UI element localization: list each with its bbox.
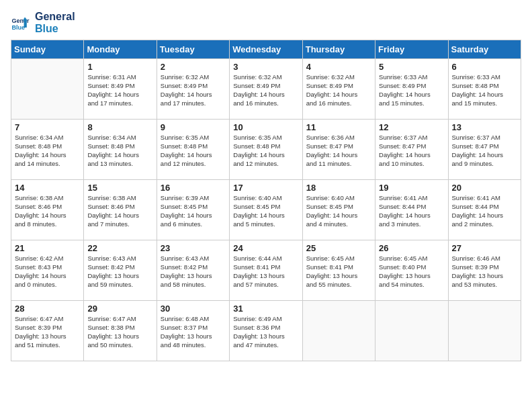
day-cell: 3Sunrise: 6:32 AM Sunset: 8:49 PM Daylig… [230, 59, 302, 120]
day-cell: 2Sunrise: 6:32 AM Sunset: 8:49 PM Daylig… [157, 59, 229, 120]
col-header-tuesday: Tuesday [157, 40, 229, 59]
day-number: 26 [379, 243, 444, 253]
day-cell: 24Sunrise: 6:44 AM Sunset: 8:41 PM Dayli… [230, 240, 302, 301]
day-info: Sunrise: 6:38 AM Sunset: 8:46 PM Dayligh… [87, 194, 152, 228]
day-info: Sunrise: 6:32 AM Sunset: 8:49 PM Dayligh… [161, 73, 226, 107]
day-number: 29 [87, 304, 152, 314]
page-header: General Blue General Blue [11, 11, 521, 34]
day-info: Sunrise: 6:34 AM Sunset: 8:48 PM Dayligh… [87, 134, 152, 168]
col-header-friday: Friday [375, 40, 448, 59]
day-cell: 29Sunrise: 6:47 AM Sunset: 8:38 PM Dayli… [84, 301, 157, 361]
day-info: Sunrise: 6:43 AM Sunset: 8:42 PM Dayligh… [87, 255, 152, 289]
day-info: Sunrise: 6:48 AM Sunset: 8:37 PM Dayligh… [161, 315, 226, 349]
day-number: 2 [161, 62, 226, 72]
day-number: 5 [379, 62, 444, 72]
day-cell: 7Sunrise: 6:34 AM Sunset: 8:48 PM Daylig… [11, 120, 84, 180]
day-info: Sunrise: 6:43 AM Sunset: 8:42 PM Dayligh… [161, 255, 226, 289]
day-info: Sunrise: 6:40 AM Sunset: 8:45 PM Dayligh… [233, 194, 298, 228]
col-header-sunday: Sunday [11, 40, 84, 59]
col-header-thursday: Thursday [302, 40, 375, 59]
day-info: Sunrise: 6:40 AM Sunset: 8:45 PM Dayligh… [306, 194, 371, 228]
svg-text:General: General [11, 17, 30, 24]
day-cell [11, 59, 84, 120]
col-header-saturday: Saturday [448, 40, 521, 59]
week-row-3: 14Sunrise: 6:38 AM Sunset: 8:46 PM Dayli… [11, 180, 521, 240]
day-info: Sunrise: 6:33 AM Sunset: 8:49 PM Dayligh… [379, 73, 444, 107]
day-cell: 22Sunrise: 6:43 AM Sunset: 8:42 PM Dayli… [84, 240, 157, 301]
day-number: 11 [306, 122, 371, 132]
day-cell: 12Sunrise: 6:37 AM Sunset: 8:47 PM Dayli… [375, 120, 448, 180]
day-info: Sunrise: 6:38 AM Sunset: 8:46 PM Dayligh… [15, 194, 80, 228]
day-number: 18 [306, 183, 371, 193]
day-info: Sunrise: 6:33 AM Sunset: 8:48 PM Dayligh… [452, 73, 517, 107]
day-info: Sunrise: 6:45 AM Sunset: 8:41 PM Dayligh… [306, 255, 371, 289]
day-number: 15 [87, 183, 152, 193]
day-number: 7 [15, 122, 80, 132]
day-info: Sunrise: 6:44 AM Sunset: 8:41 PM Dayligh… [233, 255, 298, 289]
day-info: Sunrise: 6:47 AM Sunset: 8:38 PM Dayligh… [87, 315, 152, 349]
day-info: Sunrise: 6:32 AM Sunset: 8:49 PM Dayligh… [306, 73, 371, 107]
day-number: 8 [87, 122, 152, 132]
day-cell: 26Sunrise: 6:45 AM Sunset: 8:40 PM Dayli… [375, 240, 448, 301]
day-number: 24 [233, 243, 298, 253]
day-cell: 1Sunrise: 6:31 AM Sunset: 8:49 PM Daylig… [84, 59, 157, 120]
day-cell: 23Sunrise: 6:43 AM Sunset: 8:42 PM Dayli… [157, 240, 229, 301]
week-row-2: 7Sunrise: 6:34 AM Sunset: 8:48 PM Daylig… [11, 120, 521, 180]
day-info: Sunrise: 6:37 AM Sunset: 8:47 PM Dayligh… [379, 134, 444, 168]
day-info: Sunrise: 6:46 AM Sunset: 8:39 PM Dayligh… [452, 255, 517, 289]
day-cell: 11Sunrise: 6:36 AM Sunset: 8:47 PM Dayli… [302, 120, 375, 180]
day-info: Sunrise: 6:36 AM Sunset: 8:47 PM Dayligh… [306, 134, 371, 168]
day-info: Sunrise: 6:35 AM Sunset: 8:48 PM Dayligh… [161, 134, 226, 168]
day-cell [302, 301, 375, 361]
day-number: 27 [452, 243, 517, 253]
day-number: 30 [161, 304, 226, 314]
calendar-table: SundayMondayTuesdayWednesdayThursdayFrid… [11, 40, 521, 361]
day-info: Sunrise: 6:31 AM Sunset: 8:49 PM Dayligh… [87, 73, 152, 107]
col-header-monday: Monday [84, 40, 157, 59]
day-number: 3 [233, 62, 298, 72]
week-row-5: 28Sunrise: 6:47 AM Sunset: 8:39 PM Dayli… [11, 301, 521, 361]
day-info: Sunrise: 6:34 AM Sunset: 8:48 PM Dayligh… [15, 134, 80, 168]
day-cell: 19Sunrise: 6:41 AM Sunset: 8:44 PM Dayli… [375, 180, 448, 240]
day-cell: 30Sunrise: 6:48 AM Sunset: 8:37 PM Dayli… [157, 301, 229, 361]
day-number: 6 [452, 62, 517, 72]
day-number: 21 [15, 243, 80, 253]
day-info: Sunrise: 6:49 AM Sunset: 8:36 PM Dayligh… [233, 315, 298, 349]
day-number: 9 [161, 122, 226, 132]
day-cell: 8Sunrise: 6:34 AM Sunset: 8:48 PM Daylig… [84, 120, 157, 180]
logo: General Blue General Blue [11, 11, 75, 34]
day-cell: 5Sunrise: 6:33 AM Sunset: 8:49 PM Daylig… [375, 59, 448, 120]
day-cell: 13Sunrise: 6:37 AM Sunset: 8:47 PM Dayli… [448, 120, 521, 180]
logo-text-blue: Blue [35, 23, 75, 35]
day-number: 23 [161, 243, 226, 253]
day-cell: 17Sunrise: 6:40 AM Sunset: 8:45 PM Dayli… [230, 180, 302, 240]
day-cell: 4Sunrise: 6:32 AM Sunset: 8:49 PM Daylig… [302, 59, 375, 120]
day-number: 17 [233, 183, 298, 193]
week-row-4: 21Sunrise: 6:42 AM Sunset: 8:43 PM Dayli… [11, 240, 521, 301]
day-cell: 27Sunrise: 6:46 AM Sunset: 8:39 PM Dayli… [448, 240, 521, 301]
col-header-wednesday: Wednesday [230, 40, 302, 59]
day-info: Sunrise: 6:39 AM Sunset: 8:45 PM Dayligh… [161, 194, 226, 228]
day-number: 31 [233, 304, 298, 314]
svg-text:Blue: Blue [11, 24, 25, 30]
day-cell: 6Sunrise: 6:33 AM Sunset: 8:48 PM Daylig… [448, 59, 521, 120]
day-cell: 18Sunrise: 6:40 AM Sunset: 8:45 PM Dayli… [302, 180, 375, 240]
day-cell [375, 301, 448, 361]
day-info: Sunrise: 6:37 AM Sunset: 8:47 PM Dayligh… [452, 134, 517, 168]
day-number: 14 [15, 183, 80, 193]
day-cell: 21Sunrise: 6:42 AM Sunset: 8:43 PM Dayli… [11, 240, 84, 301]
day-cell: 28Sunrise: 6:47 AM Sunset: 8:39 PM Dayli… [11, 301, 84, 361]
day-number: 28 [15, 304, 80, 314]
day-cell: 10Sunrise: 6:35 AM Sunset: 8:48 PM Dayli… [230, 120, 302, 180]
day-number: 12 [379, 122, 444, 132]
day-info: Sunrise: 6:32 AM Sunset: 8:49 PM Dayligh… [233, 73, 298, 107]
day-cell: 9Sunrise: 6:35 AM Sunset: 8:48 PM Daylig… [157, 120, 229, 180]
day-number: 25 [306, 243, 371, 253]
day-cell: 31Sunrise: 6:49 AM Sunset: 8:36 PM Dayli… [230, 301, 302, 361]
day-number: 20 [452, 183, 517, 193]
day-info: Sunrise: 6:41 AM Sunset: 8:44 PM Dayligh… [379, 194, 444, 228]
day-cell: 15Sunrise: 6:38 AM Sunset: 8:46 PM Dayli… [84, 180, 157, 240]
day-number: 4 [306, 62, 371, 72]
week-row-1: 1Sunrise: 6:31 AM Sunset: 8:49 PM Daylig… [11, 59, 521, 120]
day-number: 13 [452, 122, 517, 132]
